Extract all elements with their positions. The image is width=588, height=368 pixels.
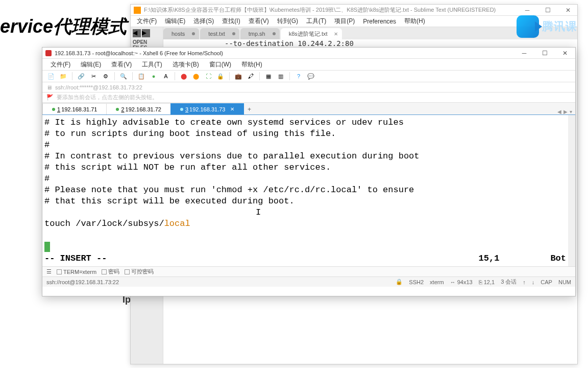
terminal-cursor — [44, 242, 50, 252]
term-line: # In contrast to previous versions due t… — [44, 151, 566, 162]
tab-test[interactable]: test.txt — [200, 28, 239, 39]
properties-icon[interactable]: ⚙ — [101, 72, 110, 81]
open-icon[interactable]: 📁 — [59, 72, 68, 81]
term-line: # — [44, 173, 566, 185]
term-line-cursor — [44, 241, 566, 252]
reconnect-icon[interactable]: 🔗 — [77, 72, 86, 81]
close-icon[interactable]: ✕ — [558, 49, 572, 57]
status-dot-icon — [180, 108, 183, 111]
tab-list-icon[interactable]: ▾ — [570, 109, 572, 114]
vis-label: 可控密码 — [131, 268, 154, 275]
arrow-up-icon[interactable]: ↑ — [523, 279, 526, 285]
vim-position: 15,1 — [479, 253, 500, 264]
term-line — [44, 207, 566, 218]
menu-view[interactable]: 查看(V) — [246, 16, 272, 27]
menu-edit[interactable]: 编辑(E) — [162, 16, 188, 27]
watermark: 腾讯课 — [517, 12, 588, 41]
help-icon[interactable]: ? — [294, 72, 303, 81]
new-session-icon[interactable]: 📄 — [46, 72, 56, 81]
address-bar[interactable]: 🖥 ssh://root:******@192.168.31.73:22 — [42, 82, 575, 93]
sublime-titlebar[interactable]: F:\知识体系\K8S企业容器云平台工程师【中级班】\Kubernetes培训 … — [131, 5, 577, 16]
status-num: NUM — [558, 279, 571, 285]
term-line — [44, 229, 566, 241]
menu-file[interactable]: 文件(F) — [134, 16, 160, 27]
record-icon[interactable]: ⬤ — [191, 72, 201, 81]
status-bar: ssh://root@192.168.31.73:22 🔒 SSH2 xterm… — [42, 277, 575, 287]
term-line: # Please note that you must run 'chmod +… — [44, 185, 566, 196]
status-cursor: ⎘ 12,1 — [479, 279, 495, 285]
nav-back-icon[interactable]: ◀ — [133, 29, 141, 37]
menu-edit[interactable]: 编辑(E) — [77, 59, 105, 70]
minimize-icon[interactable]: ─ — [517, 49, 531, 57]
menu-goto[interactable]: 转到(G) — [274, 16, 301, 27]
chat-icon[interactable]: 💬 — [306, 72, 315, 81]
maximize-icon[interactable]: ☐ — [537, 49, 552, 57]
menu-view[interactable]: 查看(V) — [107, 59, 136, 70]
menu-tab[interactable]: 选项卡(B) — [168, 59, 203, 70]
term-line-touch: touch /var/lock/subsys/local — [44, 218, 566, 229]
font-icon[interactable]: A — [161, 72, 170, 81]
status-sessions: 3 会话 — [501, 278, 517, 286]
lock-icon[interactable]: 🔒 — [216, 72, 225, 81]
dirty-dot-icon — [273, 32, 276, 35]
term-line: # this script will NOT be run after all … — [44, 162, 566, 173]
briefcase-icon[interactable]: 💼 — [234, 72, 243, 81]
session-tab-2[interactable]: 2 192.168.31.72 — [106, 103, 170, 114]
vim-mode: -- INSERT -- — [44, 253, 107, 264]
status-size: ↔ 94x13 — [450, 279, 473, 285]
menu-select[interactable]: 选择(S) — [190, 16, 217, 27]
status-cap: CAP — [541, 279, 552, 285]
disconnect-icon[interactable]: ✂ — [89, 72, 98, 81]
menu-project[interactable]: 项目(P) — [331, 16, 358, 27]
search-icon[interactable]: 🔍 — [119, 72, 128, 81]
tab-tmp[interactable]: tmp.sh — [240, 28, 280, 39]
dirty-dot-icon — [232, 32, 235, 35]
addr-text: ssh://root:******@192.168.31.73:22 — [55, 84, 142, 90]
copy-icon[interactable]: 📋 — [137, 72, 146, 81]
tab-notes[interactable]: k8s进阶笔记.txt✕ — [281, 28, 342, 39]
menu-file[interactable]: 文件(F) — [46, 59, 75, 70]
xshell-title-text: 192.168.31.73 - root@localhost:~ - Xshel… — [55, 50, 517, 56]
session-tabs: 1 192.168.31.71 2 192.168.31.72 3 192.16… — [42, 103, 575, 115]
session-tab-3[interactable]: 3 192.168.31.73✕ — [170, 103, 244, 114]
play-logo-icon — [517, 15, 539, 38]
menu-help[interactable]: 帮助(H) — [237, 59, 266, 70]
tab-hosts[interactable]: hosts — [163, 28, 199, 39]
menu-window[interactable]: 窗口(W) — [205, 59, 235, 70]
session-tab-1[interactable]: 1 192.168.31.71 — [42, 103, 107, 114]
hint-bar: 🚩 要添加当前会话，点击左侧的箭头按钮。 — [42, 93, 575, 103]
sublime-title-text: F:\知识体系\K8S企业容器云平台工程师【中级班】\Kubernetes培训 … — [144, 6, 521, 14]
editor-line: --to-destination 10.244.2.2:80 — [225, 39, 354, 48]
xshell-titlebar[interactable]: 192.168.31.73 - root@localhost:~ - Xshel… — [42, 48, 575, 59]
menu-icon[interactable]: ☰ — [46, 268, 52, 275]
tab-close-icon[interactable]: ✕ — [334, 31, 338, 37]
menu-tools[interactable]: 工具(T) — [138, 59, 166, 70]
box-icon — [125, 269, 130, 274]
menu-tools[interactable]: 工具(T) — [303, 16, 329, 27]
info-bar: ☰ TERM=xterm 密码 可控密码 — [42, 266, 575, 277]
fullscreen-icon[interactable]: ⛶ — [204, 72, 213, 81]
columns-icon[interactable]: ▥ — [276, 72, 285, 81]
text-caret: I — [256, 207, 261, 218]
xshell-menubar[interactable]: 文件(F) 编辑(E) 查看(V) 工具(T) 选项卡(B) 窗口(W) 帮助(… — [42, 59, 575, 70]
menu-find[interactable]: 查找(I) — [219, 16, 243, 27]
menu-prefs[interactable]: Preferences — [360, 17, 399, 26]
sublime-menubar[interactable]: 文件(F) 编辑(E) 选择(S) 查找(I) 查看(V) 转到(G) 工具(T… — [131, 16, 577, 27]
arrow-down-icon[interactable]: ↓ — [532, 279, 535, 285]
tab-close-icon[interactable]: ✕ — [230, 106, 234, 112]
add-tab-button[interactable]: + — [244, 104, 254, 114]
status-dot-icon — [116, 108, 119, 111]
xshell-window: 192.168.31.73 - root@localhost:~ - Xshel… — [42, 47, 576, 296]
nav-fwd-icon[interactable]: ▶ — [142, 29, 150, 37]
tab-next-icon[interactable]: ▶ — [564, 109, 568, 114]
xshell-app-icon — [45, 50, 52, 56]
hint-text: 要添加当前会话，点击左侧的箭头按钮。 — [57, 94, 158, 101]
highlight-icon[interactable]: 🖍 — [246, 72, 255, 81]
terminal[interactable]: # It is highly advisable to create own s… — [42, 115, 575, 266]
stop-icon[interactable]: ⬤ — [179, 72, 188, 81]
paste-icon[interactable]: ● — [149, 72, 158, 81]
menu-help[interactable]: 帮助(H) — [401, 16, 428, 27]
tab-prev-icon[interactable]: ◀ — [557, 109, 561, 114]
layout-icon[interactable]: ▦ — [264, 72, 273, 81]
xshell-toolbar: 📄 📁 🔗 ✂ ⚙ 🔍 📋 ● A ⬤ ⬤ ⛶ 🔒 💼 🖍 ▦ ▥ ? 💬 — [42, 70, 575, 82]
